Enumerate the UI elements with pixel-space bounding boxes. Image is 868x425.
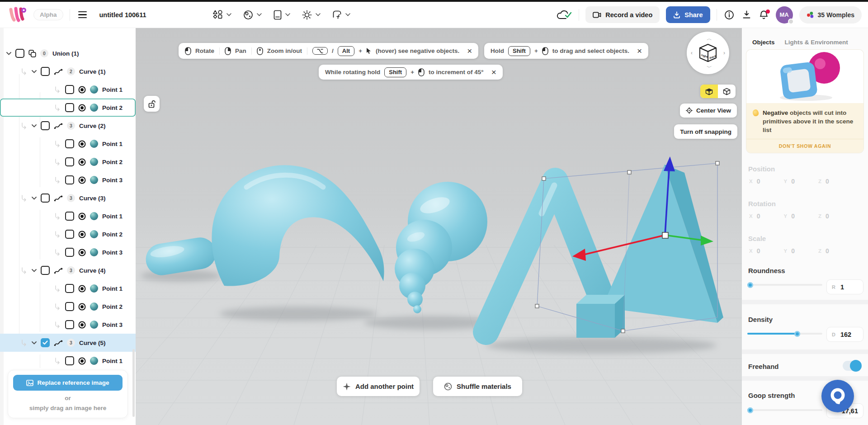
tree-row-union-1-[interactable]: 0Union (1) xyxy=(0,44,136,62)
view-cube[interactable]: ︿ ﹀ ‹ › right back xyxy=(687,32,729,74)
visibility-checkbox[interactable] xyxy=(65,103,74,112)
chevron-down-icon[interactable] xyxy=(6,52,11,55)
notifications-button[interactable] xyxy=(758,9,769,21)
freehand-toggle[interactable] xyxy=(843,361,861,371)
goop-slider-thumb[interactable] xyxy=(747,407,753,413)
chat-widget-button[interactable] xyxy=(821,380,854,412)
shuffle-materials-button[interactable]: Shuffle materials xyxy=(433,377,522,396)
material-sphere-icon[interactable] xyxy=(90,284,98,293)
lock-button[interactable] xyxy=(144,96,160,112)
material-sphere-icon[interactable] xyxy=(90,321,98,329)
close-icon[interactable]: × xyxy=(467,47,472,55)
tree-row-point-2[interactable]: Point 2 xyxy=(0,225,136,243)
visibility-checkbox[interactable] xyxy=(65,320,74,329)
scrollbar-thumb[interactable] xyxy=(132,349,135,417)
tree-row-point-3[interactable]: Point 3 xyxy=(0,316,136,334)
visibility-checkbox[interactable] xyxy=(41,338,50,347)
tree-row-point-3[interactable]: Point 3 xyxy=(0,171,136,189)
solo-radio-icon[interactable] xyxy=(78,249,86,256)
visibility-checkbox[interactable] xyxy=(41,121,50,130)
tree-row-point-1[interactable]: Point 1 xyxy=(0,207,136,225)
tree-row-curve-5-[interactable]: 3Curve (5) xyxy=(0,334,136,352)
tree-row-point-1[interactable]: Point 1 xyxy=(0,80,136,99)
solo-radio-icon[interactable] xyxy=(78,86,86,94)
visibility-checkbox[interactable] xyxy=(41,67,50,76)
solo-radio-icon[interactable] xyxy=(78,104,86,112)
gizmo-center-handle[interactable] xyxy=(662,232,668,238)
chevron-down-icon[interactable] xyxy=(32,197,37,200)
avatar[interactable]: MA xyxy=(776,6,793,24)
tree-row-point-1[interactable]: Point 1 xyxy=(0,352,136,370)
close-icon[interactable]: × xyxy=(637,47,642,55)
scale-y-field[interactable]: 0 xyxy=(791,247,795,255)
chevron-down-icon[interactable] xyxy=(32,269,37,272)
tree-row-curve-2-[interactable]: 3Curve (2) xyxy=(0,117,136,135)
visibility-checkbox[interactable] xyxy=(65,139,74,148)
material-sphere-icon[interactable] xyxy=(90,230,98,238)
visibility-checkbox[interactable] xyxy=(65,230,74,239)
density-value[interactable]: 162 xyxy=(840,331,851,338)
scale-x-field[interactable]: 0 xyxy=(757,247,760,255)
tree-row-point-1[interactable]: Point 1 xyxy=(0,279,136,298)
add-another-point-button[interactable]: Add another point xyxy=(337,377,420,396)
replace-reference-image-button[interactable]: Replace reference image xyxy=(13,375,123,391)
solo-radio-icon[interactable] xyxy=(78,285,86,293)
material-sphere-icon[interactable] xyxy=(90,302,98,311)
tab-lights-environment[interactable]: Lights & Environment xyxy=(785,39,848,46)
tree-row-point-2[interactable]: Point 2 xyxy=(0,153,136,171)
orientation-cube-icon[interactable]: right back xyxy=(698,43,718,63)
visibility-checkbox[interactable] xyxy=(65,302,74,311)
material-sphere-icon[interactable] xyxy=(90,357,98,365)
3d-canvas[interactable] xyxy=(136,28,742,425)
womp-logo[interactable] xyxy=(7,6,27,24)
visibility-checkbox[interactable] xyxy=(65,356,74,365)
material-sphere-icon[interactable] xyxy=(90,85,98,94)
chevron-down-icon[interactable] xyxy=(32,70,37,73)
visibility-checkbox[interactable] xyxy=(15,49,24,58)
solo-radio-icon[interactable] xyxy=(78,303,86,311)
wireframe-view-button[interactable] xyxy=(718,85,736,98)
rotation-y-field[interactable]: 0 xyxy=(791,212,795,220)
document-title[interactable]: untitled 100611 xyxy=(99,11,146,19)
material-sphere-icon[interactable] xyxy=(90,212,98,220)
position-x-field[interactable]: 0 xyxy=(757,178,760,185)
roundness-slider-thumb[interactable] xyxy=(747,282,753,288)
solo-radio-icon[interactable] xyxy=(78,231,86,238)
solid-view-button[interactable] xyxy=(700,85,718,98)
hamburger-menu-icon[interactable] xyxy=(76,9,89,20)
tree-row-point-2[interactable]: Point 2 xyxy=(0,298,136,316)
solo-radio-icon[interactable] xyxy=(78,158,86,166)
density-slider-thumb[interactable] xyxy=(794,331,800,337)
lighting-tool[interactable] xyxy=(302,10,321,20)
rotation-x-field[interactable]: 0 xyxy=(757,212,760,220)
visibility-checkbox[interactable] xyxy=(41,194,50,203)
density-slider[interactable] xyxy=(747,333,822,335)
chevron-down-icon[interactable] xyxy=(32,341,37,345)
material-sphere-icon[interactable] xyxy=(90,104,98,112)
chevron-down-icon[interactable] xyxy=(32,124,37,128)
visibility-checkbox[interactable] xyxy=(65,284,74,293)
visibility-checkbox[interactable] xyxy=(65,248,74,257)
turn-off-snapping-button[interactable]: Turn off snapping xyxy=(674,124,737,139)
roundness-slider[interactable] xyxy=(747,284,822,286)
visibility-checkbox[interactable] xyxy=(65,212,74,221)
visibility-checkbox[interactable] xyxy=(65,157,74,166)
info-button[interactable] xyxy=(723,9,735,21)
solo-radio-icon[interactable] xyxy=(78,140,86,148)
function-curve-tool[interactable] xyxy=(332,10,350,19)
download-button[interactable] xyxy=(741,9,752,20)
goop-strength-slider[interactable] xyxy=(747,409,822,411)
tree-row-curve-4-[interactable]: 3Curve (4) xyxy=(0,261,136,279)
materials-tool[interactable] xyxy=(243,10,262,20)
tree-row-point-3[interactable]: Point 3 xyxy=(0,243,136,261)
position-z-field[interactable]: 0 xyxy=(826,178,829,185)
backdrop-tool[interactable] xyxy=(274,10,290,20)
tree-row-point-2[interactable]: Point 2 xyxy=(0,99,136,117)
position-y-field[interactable]: 0 xyxy=(791,178,795,185)
visibility-checkbox[interactable] xyxy=(65,85,74,94)
tree-row-curve-1-[interactable]: 2Curve (1) xyxy=(0,62,136,80)
solo-radio-icon[interactable] xyxy=(78,212,86,220)
tree-row-curve-3-[interactable]: 3Curve (3) xyxy=(0,189,136,207)
visibility-checkbox[interactable] xyxy=(41,266,50,275)
solo-radio-icon[interactable] xyxy=(78,176,86,184)
